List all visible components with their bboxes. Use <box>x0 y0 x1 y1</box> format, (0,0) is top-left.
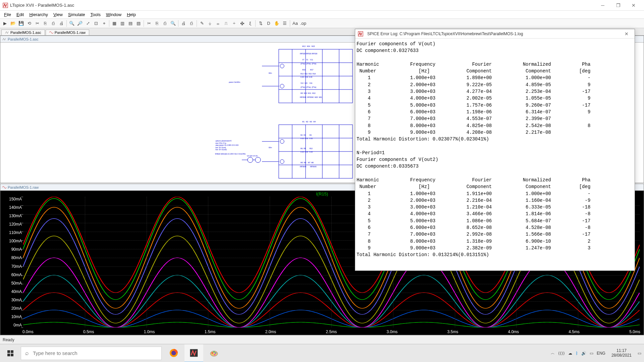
minimize-button[interactable]: ─ <box>595 0 610 11</box>
svg-point-38 <box>212 352 213 354</box>
svg-rect-32 <box>7 354 10 356</box>
tool-button[interactable]: ▥ <box>119 20 126 27</box>
ltspice-icon <box>358 31 363 37</box>
svg-point-26 <box>255 157 261 163</box>
waveform-icon <box>2 185 6 189</box>
tool-button[interactable]: D <box>265 20 272 27</box>
onedrive-icon[interactable]: ☁ <box>568 351 572 356</box>
tool-button[interactable]: ⤢ <box>84 20 92 27</box>
tool-button[interactable]: ✂ <box>145 20 153 27</box>
menu-view[interactable]: View <box>51 11 65 18</box>
tab-parallelmos-1-asc[interactable]: ParallelMOS-1.asc <box>1 29 45 35</box>
tool-button[interactable]: .op <box>300 20 307 27</box>
task-firefox[interactable] <box>164 344 183 362</box>
tool-button[interactable]: ✋ <box>273 20 280 27</box>
tool-button[interactable]: ⟲ <box>25 20 33 27</box>
tool-button[interactable]: ⎙ <box>161 20 169 27</box>
svg-point-39 <box>213 351 215 353</box>
volume-icon[interactable]: 🔊 <box>581 351 586 356</box>
waveform-icon <box>49 31 53 35</box>
errorlog-content[interactable]: Fourier components of V(out) DC componen… <box>355 39 635 270</box>
tool-button[interactable]: ⎍ <box>222 20 230 27</box>
tool-button[interactable]: ⏛ <box>214 20 222 27</box>
y-axis-labels: 150mA140mA130mA120mA110mA100mA90mA80mA70… <box>0 197 23 327</box>
tool-button[interactable]: ⌖ <box>100 20 108 27</box>
menu-edit[interactable]: Edit <box>14 11 26 18</box>
errorlog-title: SPICE Error Log: C:\Program Files\LTC\LT… <box>367 32 619 36</box>
tool-button[interactable]: ▦ <box>111 20 118 27</box>
bluetooth-icon[interactable]: ᛒ <box>576 351 578 356</box>
language-indicator[interactable]: ENG <box>597 351 605 356</box>
clock[interactable]: 11:17 28/08/2021 <box>609 349 634 358</box>
tool-button[interactable]: ✂ <box>34 20 41 27</box>
tool-button[interactable]: ÷ <box>230 20 238 27</box>
ltspice-icon <box>3 3 8 8</box>
close-button[interactable]: ✕ <box>626 0 641 11</box>
wifi-icon[interactable]: ⟨⟨⟩⟩ <box>558 351 565 356</box>
menu-help[interactable]: Help <box>124 11 139 18</box>
svg-rect-30 <box>7 350 10 353</box>
spice-error-log-window[interactable]: SPICE Error Log: C:\Program Files\LTC\LT… <box>355 29 635 271</box>
x-axis-labels: 0.0ms0.5ms1.0ms1.5ms2.0ms2.5ms3.0ms3.5ms… <box>22 329 640 334</box>
svg-point-40 <box>215 352 216 354</box>
tool-button[interactable]: ▧ <box>135 20 142 27</box>
tool-button[interactable]: ⏚ <box>206 20 214 27</box>
param-directive: .param Va=60m <box>228 81 240 83</box>
tool-button[interactable]: ⎙ <box>188 20 195 27</box>
trace-label[interactable]: I(R15) <box>316 191 328 196</box>
tray-chevron-icon[interactable]: ︿ <box>551 350 555 356</box>
task-ltspice[interactable] <box>184 344 203 362</box>
status-text: Ready <box>3 338 14 342</box>
svg-point-41 <box>214 354 215 355</box>
battery-icon[interactable]: ▭ <box>590 351 593 356</box>
tool-button[interactable]: 🔍 <box>169 20 177 27</box>
svg-point-25 <box>248 157 253 163</box>
tool-button[interactable]: 💾 <box>17 20 25 27</box>
tool-button[interactable]: 🔎 <box>76 20 84 27</box>
menu-hierarchy[interactable]: Hierarchy <box>26 11 51 18</box>
taskbar-search[interactable]: ⌕ <box>21 347 162 360</box>
start-button[interactable] <box>0 344 21 362</box>
svg-point-4 <box>280 64 284 68</box>
task-paint[interactable] <box>205 344 223 362</box>
tab-parallelmos-1-raw[interactable]: ParallelMOS-1.raw <box>46 29 89 35</box>
svg-rect-31 <box>11 350 13 353</box>
tool-button[interactable]: ⎘ <box>153 20 161 27</box>
tool-button[interactable]: Aa <box>291 20 299 27</box>
errorlog-titlebar[interactable]: SPICE Error Log: C:\Program Files\LTC\LT… <box>355 29 635 39</box>
tool-button[interactable]: ξ <box>247 20 254 27</box>
tool-button[interactable]: 🖨 <box>58 20 65 27</box>
toolbar: ▶📂💾⟲✂⎘⎙🖨🔍🔎⤢⊡⌖▦▥▤▧✂⎘⎙🔍🖨⎙✎⏚⏛⎍÷⧾ξ⇅D✋☰Aa.op <box>0 19 644 28</box>
tool-button[interactable]: ☰ <box>281 20 288 27</box>
svg-point-16 <box>280 139 284 143</box>
menubar: FileEditHierarchyViewSimulateToolsWindow… <box>0 11 644 19</box>
tool-button[interactable]: 📂 <box>9 20 17 27</box>
menu-file[interactable]: File <box>1 11 14 18</box>
tool-button[interactable]: 🔍 <box>68 20 75 27</box>
tool-button[interactable]: 🖨 <box>180 20 187 27</box>
tool-button[interactable]: ▤ <box>127 20 134 27</box>
search-icon: ⌕ <box>25 350 29 357</box>
windows-taskbar: ⌕ ︿ ⟨⟨⟩⟩ ☁ ᛒ 🔊 ▭ ENG 11:17 28/08/2021 ▭ <box>0 344 644 362</box>
svg-point-5 <box>280 84 284 88</box>
menu-window[interactable]: Window <box>103 11 124 18</box>
svg-rect-33 <box>11 354 13 356</box>
svg-point-17 <box>280 160 284 164</box>
statusbar: Ready <box>0 335 644 344</box>
tool-button[interactable]: ⧾ <box>238 20 246 27</box>
search-input[interactable] <box>33 350 157 356</box>
tool-button[interactable]: ⎙ <box>50 20 57 27</box>
tool-button[interactable]: ⎘ <box>42 20 49 27</box>
notifications-icon[interactable]: ▭ <box>638 351 641 356</box>
schematic-icon <box>2 37 6 41</box>
maximize-button[interactable]: ❐ <box>610 0 626 11</box>
titlebar: LTspice XVII - ParallelMOS-1.asc ─ ❐ ✕ <box>0 0 644 11</box>
errorlog-close-button[interactable]: ✕ <box>621 30 632 38</box>
menu-tools[interactable]: Tools <box>88 11 103 18</box>
schematic-icon <box>5 31 9 35</box>
tool-button[interactable]: ✎ <box>198 20 206 27</box>
tool-button[interactable]: ▶ <box>1 20 9 27</box>
tool-button[interactable]: ⇅ <box>257 20 264 27</box>
tool-button[interactable]: ⊡ <box>92 20 100 27</box>
menu-simulate[interactable]: Simulate <box>65 11 88 18</box>
